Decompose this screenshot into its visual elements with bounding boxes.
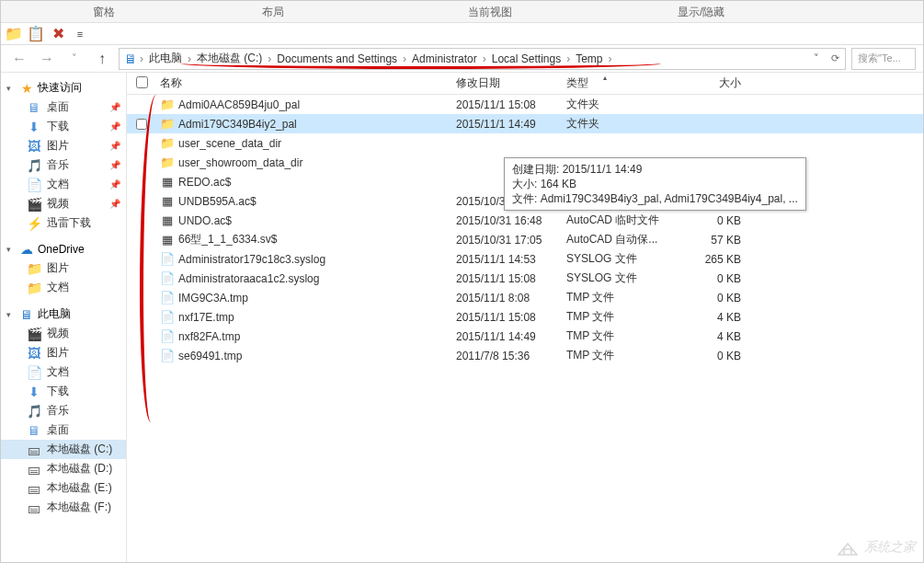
sidebar-item[interactable]: 🖴本地磁盘 (F:) — [1, 498, 126, 517]
sidebar-item[interactable]: 📄文档 — [1, 362, 126, 382]
sidebar-item[interactable]: 📁文档 — [1, 278, 126, 297]
ribbon-tab-panes[interactable]: 窗格 — [56, 1, 152, 22]
file-row[interactable]: 📄IMG9C3A.tmp 2015/11/1 8:08 TMP 文件 0 KB — [127, 288, 923, 307]
file-name: REDO.ac$ — [178, 176, 231, 189]
quick-toolbar: 📁 📋 ✖ ≡ — [1, 23, 923, 45]
sidebar-item[interactable]: 🖴本地磁盘 (E:) — [1, 478, 126, 498]
sidebar-item[interactable]: 🖼图片📌 — [1, 136, 126, 155]
file-name: 66型_1_1_6334.sv$ — [178, 232, 277, 247]
file-icon: 📄 — [160, 291, 175, 305]
file-row[interactable]: ▦66型_1_1_6334.sv$ 2015/10/31 17:05 AutoC… — [127, 230, 923, 249]
sidebar-item-label: 文档 — [47, 364, 69, 380]
chevron-right-icon[interactable]: › — [266, 52, 273, 65]
sidebar-item[interactable]: 🎵音乐 — [1, 401, 126, 420]
file-size: 4 KB — [677, 330, 750, 343]
drive-icon: 🖴 — [27, 462, 41, 477]
sidebar-item-label: 桌面 — [47, 422, 69, 438]
file-row[interactable]: 📁Admi179C349B4iy2_pal 2015/11/1 14:49 文件… — [127, 114, 923, 133]
doc-icon: 📄 — [27, 365, 41, 380]
sidebar-this-pc[interactable]: ▾ 🖥 此电脑 — [1, 304, 126, 324]
col-header-size[interactable]: 大小 — [677, 75, 750, 91]
chevron-right-icon[interactable]: › — [607, 52, 614, 65]
crumb-administrator[interactable]: Administrator — [408, 52, 481, 65]
sidebar-item[interactable]: 🖥桌面 — [1, 420, 126, 440]
file-name: UNDO.ac$ — [178, 214, 232, 227]
crumb-temp[interactable]: Temp — [572, 52, 606, 65]
col-header-name[interactable]: 名称 — [153, 75, 456, 91]
delete-icon[interactable]: ✖ — [49, 25, 67, 43]
chevron-right-icon[interactable]: › — [481, 52, 488, 65]
col-header-date[interactable]: 修改日期 — [456, 75, 566, 91]
file-row[interactable]: 📄se69491.tmp 2011/7/8 15:36 TMP 文件 0 KB — [127, 346, 923, 365]
sidebar-item[interactable]: 📄文档📌 — [1, 175, 126, 194]
sidebar-item-label: 本地磁盘 (E:) — [47, 480, 112, 496]
sidebar-item[interactable]: 🖴本地磁盘 (D:) — [1, 459, 126, 478]
ribbon-tab-current-view[interactable]: 当前视图 — [431, 1, 549, 22]
select-all-checkbox[interactable] — [136, 76, 148, 88]
drive-icon: 🖴 — [27, 481, 41, 496]
file-size: 4 KB — [677, 311, 750, 324]
chevron-right-icon[interactable]: › — [138, 52, 145, 65]
file-icon: 📄 — [160, 349, 175, 363]
file-name: UNDB595A.ac$ — [178, 195, 257, 208]
download-icon: ⬇ — [27, 385, 41, 399]
clipboard-icon[interactable]: 📋 — [27, 25, 45, 43]
sidebar-item[interactable]: 🎵音乐📌 — [1, 155, 126, 175]
sidebar-item[interactable]: 📁图片 — [1, 259, 126, 278]
sidebar-item[interactable]: 🖥桌面📌 — [1, 98, 126, 117]
ribbon-tab-show-hide[interactable]: 显示/隐藏 — [641, 1, 761, 22]
up-button[interactable]: ↑ — [91, 48, 113, 70]
crumb-drive-c[interactable]: 本地磁盘 (C:) — [193, 51, 266, 66]
file-row[interactable]: 📁user_scene_data_dir — [127, 133, 923, 153]
sidebar-item[interactable]: ⬇下载 — [1, 382, 126, 401]
back-button[interactable]: ← — [8, 48, 30, 70]
file-name: Administratoraaca1c2.syslog — [178, 272, 319, 285]
chevron-right-icon[interactable]: › — [186, 52, 193, 65]
doc-icon: 📄 — [27, 178, 41, 192]
sidebar-item[interactable]: ⚡迅雷下载 — [1, 213, 126, 233]
ribbon-tab-layout[interactable]: 布局 — [225, 1, 321, 22]
file-icon: 📄 — [160, 329, 175, 344]
sidebar-item-label: 下载 — [47, 384, 69, 399]
file-row[interactable]: 📄Administrator179c18c3.syslog 2015/11/1 … — [127, 249, 923, 269]
pc-icon: 🖥 — [123, 52, 138, 66]
sidebar-item[interactable]: 🖴本地磁盘 (C:) — [1, 440, 126, 459]
file-row[interactable]: 📄nxf82FA.tmp 2015/11/1 14:49 TMP 文件 4 KB — [127, 327, 923, 346]
sidebar-item-label: 图片 — [47, 345, 69, 361]
picture-icon: 🖼 — [27, 346, 41, 361]
crumb-local-settings[interactable]: Local Settings — [488, 52, 565, 65]
sidebar: ▾ ★ 快速访问 🖥桌面📌⬇下载📌🖼图片📌🎵音乐📌📄文档📌🎬视频📌⚡迅雷下载 ▾… — [1, 73, 127, 562]
crumb-docs-settings[interactable]: Documents and Settings — [273, 52, 401, 65]
file-icon: 📄 — [160, 252, 175, 267]
pin-icon: 📌 — [109, 102, 120, 112]
breadcrumb-dropdown[interactable]: ˅ — [808, 51, 825, 67]
sidebar-onedrive[interactable]: ▾ ☁ OneDrive — [1, 240, 126, 259]
sidebar-item[interactable]: 🖼图片 — [1, 343, 126, 362]
row-checkbox[interactable] — [136, 119, 147, 130]
chevron-right-icon[interactable]: › — [565, 52, 572, 65]
video-icon: 🎬 — [27, 197, 41, 212]
sidebar-item[interactable]: ⬇下载📌 — [1, 117, 126, 136]
sidebar-item[interactable]: 🎬视频📌 — [1, 194, 126, 213]
folder-icon[interactable]: 📁 — [5, 25, 23, 43]
forward-button[interactable]: → — [36, 48, 58, 70]
file-row[interactable]: 📁Admi0AAC859B4ju0_pal 2015/11/1 15:08 文件… — [127, 95, 923, 114]
history-dropdown[interactable]: ˅ — [63, 48, 86, 70]
crumb-thispc[interactable]: 此电脑 — [145, 51, 186, 66]
file-row[interactable]: 📄nxf17E.tmp 2015/11/1 15:08 TMP 文件 4 KB — [127, 307, 923, 327]
file-type: 文件夹 — [566, 116, 677, 132]
file-date: 2015/11/1 8:08 — [456, 292, 566, 304]
sidebar-item[interactable]: 🎬视频 — [1, 324, 126, 343]
more-icon[interactable]: ≡ — [71, 25, 89, 43]
file-row[interactable]: ▦UNDO.ac$ 2015/10/31 16:48 AutoCAD 临时文件 … — [127, 211, 923, 230]
file-date: 2011/7/8 15:36 — [456, 350, 566, 362]
file-type: TMP 文件 — [566, 328, 677, 344]
chevron-right-icon[interactable]: › — [401, 52, 408, 65]
breadcrumb[interactable]: 🖥 › 此电脑 › 本地磁盘 (C:) › Documents and Sett… — [119, 48, 846, 70]
refresh-icon[interactable]: ⟳ — [827, 51, 843, 67]
file-row[interactable]: 📄Administratoraaca1c2.syslog 2015/11/1 1… — [127, 269, 923, 288]
caret-down-icon: ▾ — [6, 310, 16, 319]
sidebar-quick-access[interactable]: ▾ ★ 快速访问 — [1, 78, 126, 98]
search-input[interactable]: 搜索"Te... — [851, 48, 916, 70]
col-header-type[interactable]: 类型▴ — [566, 75, 677, 91]
